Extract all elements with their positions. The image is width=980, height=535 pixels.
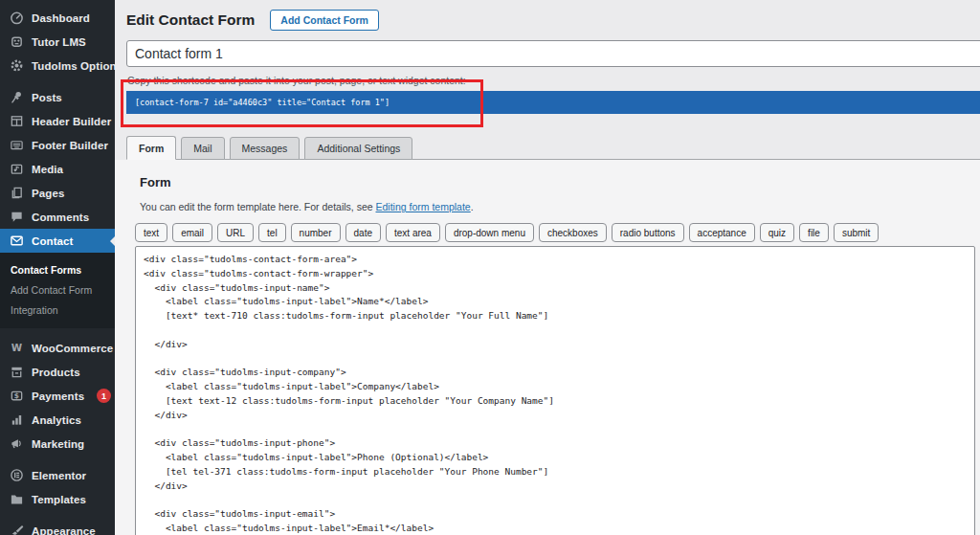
svg-text:W: W — [11, 342, 23, 353]
sidebar-item-dashboard[interactable]: Dashboard — [0, 6, 115, 30]
form-panel-description: You can edit the form template here. For… — [140, 201, 474, 212]
menu-separator — [0, 456, 115, 463]
editor-tabs: FormMailMessagesAdditional Settings — [126, 136, 417, 160]
gauge-icon — [10, 11, 24, 25]
tab-messages[interactable]: Messages — [230, 137, 301, 160]
sidebar-item-appearance[interactable]: Appearance — [0, 519, 115, 535]
form-panel-heading: Form — [140, 175, 171, 189]
payments-icon: $ — [10, 389, 24, 403]
submenu-item-label: Add Contact Form — [11, 284, 92, 296]
shortcode-field[interactable]: [contact-form-7 id="a4460c3" title="Cont… — [126, 91, 980, 114]
tag-button-number[interactable]: number — [291, 223, 341, 242]
archive-box-icon — [10, 365, 24, 379]
tag-button-tel[interactable]: tel — [258, 223, 286, 242]
tab-additional-settings[interactable]: Additional Settings — [304, 137, 412, 160]
svg-text:$: $ — [14, 391, 19, 400]
sidebar-item-label: Marketing — [32, 438, 84, 450]
tag-button-acceptance[interactable]: acceptance — [689, 223, 755, 242]
tag-button-drop-down-menu[interactable]: drop-down menu — [445, 223, 534, 242]
tab-label: Mail — [193, 143, 212, 154]
add-contact-form-button[interactable]: Add Contact Form — [270, 10, 379, 31]
tag-button-checkboxes[interactable]: checkboxes — [539, 223, 607, 242]
submenu-item-label: Integration — [11, 304, 58, 316]
menu-separator — [0, 328, 115, 336]
sidebar-item-woocommerce[interactable]: WWooCommerce — [0, 336, 115, 360]
tag-button-email[interactable]: email — [172, 223, 212, 242]
sidebar-item-label: Header Builder — [32, 116, 111, 127]
page-header: Edit Contact Form Add Contact Form — [126, 10, 379, 31]
tab-form[interactable]: Form — [126, 136, 176, 160]
sidebar-item-label: Media — [32, 164, 63, 175]
sidebar-item-footer-builder[interactable]: Footer Builder — [0, 133, 115, 157]
gear-icon — [10, 58, 24, 73]
tag-button-radio-buttons[interactable]: radio buttons — [612, 223, 684, 242]
sidebar-item-pages[interactable]: Pages — [0, 181, 115, 205]
tag-button-text[interactable]: text — [135, 223, 167, 242]
sidebar-item-elementor[interactable]: Elementor — [0, 463, 115, 487]
shortcode-instruction: Copy this shortcode and paste it into yo… — [127, 75, 466, 86]
active-item-arrow — [105, 236, 115, 246]
submenu-item-label: Contact Forms — [11, 264, 81, 276]
sidebar-item-label: Templates — [32, 494, 86, 505]
sidebar-item-label: Tutor LMS — [32, 36, 86, 48]
sidebar-item-header-builder[interactable]: Header Builder — [0, 109, 115, 133]
tag-button-text-area[interactable]: text area — [386, 223, 440, 242]
form-template-textarea[interactable] — [135, 246, 975, 535]
contact-submenu: Contact FormsAdd Contact FormIntegration — [0, 253, 115, 328]
edit-contact-form-page: Edit Contact Form Add Contact Form Copy … — [115, 0, 980, 535]
sidebar-item-label: Dashboard — [32, 12, 90, 24]
sidebar-item-label: Contact — [32, 235, 74, 247]
sidebar-item-posts[interactable]: Posts — [0, 85, 115, 109]
tag-button-file[interactable]: file — [799, 223, 829, 242]
sidebar-item-marketing[interactable]: Marketing — [0, 432, 115, 456]
sidebar-item-label: Appearance — [32, 525, 96, 535]
header-layout-icon — [10, 114, 24, 128]
sidebar-item-comments[interactable]: Comments — [0, 205, 115, 229]
description-period: . — [471, 201, 474, 212]
envelope-icon — [10, 234, 24, 248]
paintbrush-icon — [10, 524, 24, 535]
submenu-item-contact-forms[interactable]: Contact Forms — [0, 259, 115, 279]
tag-button-date[interactable]: date — [345, 223, 381, 242]
editing-form-template-link[interactable]: Editing form template — [376, 201, 471, 212]
sidebar-item-contact[interactable]: Contact — [0, 229, 115, 253]
tag-button-submit[interactable]: submit — [834, 223, 879, 242]
sidebar-item-tudolms-options[interactable]: Tudolms Options — [0, 54, 115, 78]
sidebar-item-media[interactable]: Media — [0, 157, 115, 181]
tag-button-url[interactable]: URL — [217, 223, 254, 242]
megaphone-icon — [10, 436, 24, 451]
menu-separator — [0, 78, 115, 85]
submenu-item-add-contact-form[interactable]: Add Contact Form — [0, 279, 115, 300]
sidebar-item-label: Pages — [32, 188, 64, 199]
notification-badge: 1 — [97, 389, 111, 403]
sidebar-item-label: Elementor — [32, 470, 86, 481]
pages-icon — [10, 186, 24, 200]
menu-separator — [0, 511, 115, 519]
sidebar-item-label: Payments — [32, 390, 84, 402]
tag-button-quiz[interactable]: quiz — [760, 223, 794, 242]
tutor-lms-icon — [10, 34, 24, 49]
sidebar-item-products[interactable]: Products — [0, 360, 115, 384]
sidebar-item-templates[interactable]: Templates — [0, 487, 115, 511]
media-icon — [10, 162, 24, 176]
sidebar-item-label: Comments — [32, 212, 89, 223]
sidebar-item-payments[interactable]: $Payments1 — [0, 384, 115, 408]
admin-sidebar: DashboardTutor LMSTudolms OptionsPostsHe… — [0, 0, 115, 535]
submenu-item-integration[interactable]: Integration — [0, 300, 115, 320]
tab-label: Form — [139, 143, 164, 154]
sidebar-item-analytics[interactable]: Analytics — [0, 408, 115, 432]
sidebar-item-label: Posts — [32, 92, 62, 103]
sidebar-item-label: WooCommerce — [32, 343, 113, 354]
bar-chart-icon — [10, 412, 24, 427]
folder-icon — [10, 492, 24, 506]
comment-icon — [10, 210, 24, 224]
sidebar-item-label: Analytics — [32, 414, 81, 426]
wordpress-admin-screen: DashboardTutor LMSTudolms OptionsPostsHe… — [0, 0, 980, 535]
sidebar-item-label: Footer Builder — [32, 140, 108, 151]
sidebar-item-tutor-lms[interactable]: Tutor LMS — [0, 30, 115, 54]
description-text: You can edit the form template here. For… — [140, 201, 376, 212]
tab-mail[interactable]: Mail — [181, 137, 224, 160]
pushpin-icon — [10, 90, 24, 104]
form-title-input[interactable] — [126, 40, 980, 67]
shortcode-value: [contact-form-7 id="a4460c3" title="Cont… — [135, 98, 390, 107]
